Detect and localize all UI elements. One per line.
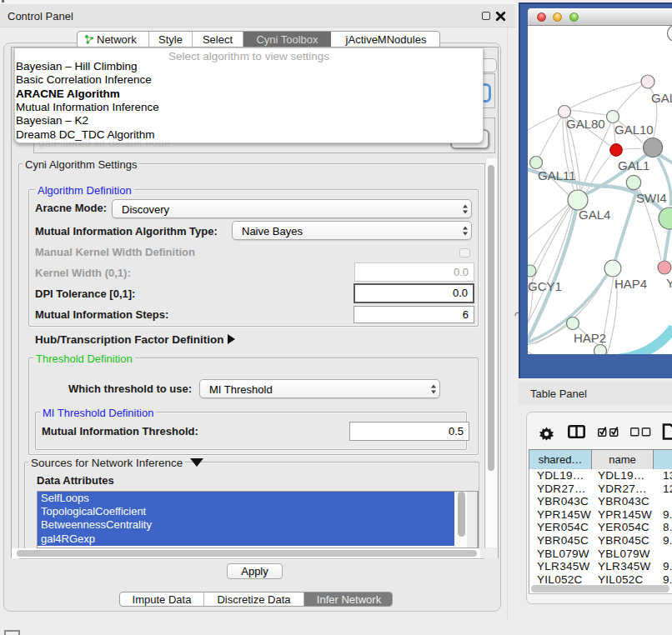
svg-text:GAL11: GAL11 <box>538 168 576 182</box>
svg-text:HAP4: HAP4 <box>614 277 647 291</box>
svg-text:GAL1: GAL1 <box>618 158 649 172</box>
svg-text:GAL10: GAL10 <box>614 122 654 137</box>
svg-text:Y: Y <box>666 276 672 290</box>
svg-text:GAL80: GAL80 <box>566 117 605 131</box>
svg-text:GAL4: GAL4 <box>579 208 610 222</box>
svg-text:GAL7: GAL7 <box>651 91 672 105</box>
svg-text:HAP2: HAP2 <box>574 331 606 345</box>
svg-text:GCY1: GCY1 <box>528 279 562 293</box>
svg-text:SWI4: SWI4 <box>636 191 667 205</box>
